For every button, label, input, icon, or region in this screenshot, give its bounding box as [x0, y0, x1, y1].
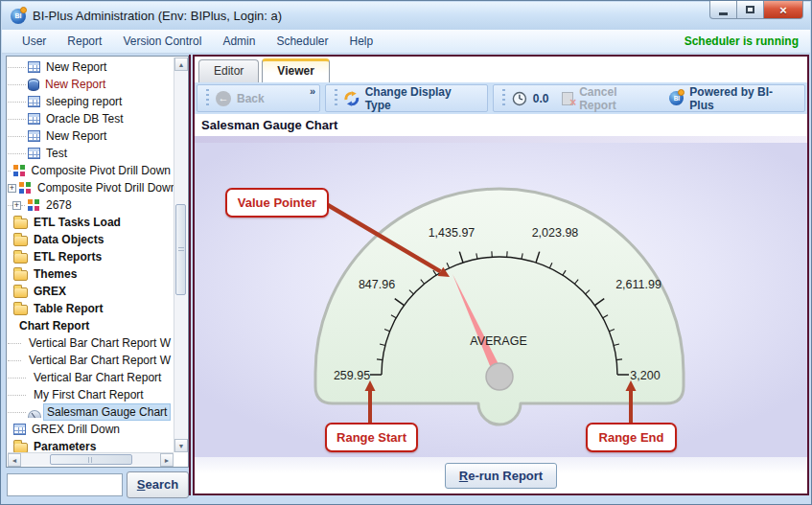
biplus-logo-icon: BI	[669, 91, 684, 105]
composite-icon	[12, 164, 26, 177]
cancel-report-button[interactable]: Cancel Report	[579, 85, 656, 112]
panel-divider	[189, 55, 191, 495]
app-logo-icon: BI	[11, 9, 26, 24]
tree-item-composite-pivot-drill-down[interactable]: Composite Pivot Drill Down	[8, 162, 174, 179]
tree-item-oracle-db-test[interactable]: Oracle DB Test	[8, 110, 174, 127]
tree-item-etl-tasks-load[interactable]: ETL Tasks Load	[8, 214, 174, 231]
scroll-left-button[interactable]: ◄	[8, 453, 21, 467]
scroll-down-button[interactable]: ▼	[174, 439, 188, 452]
menu-item-scheduler[interactable]: Scheduler	[266, 31, 338, 52]
tree-expander[interactable]: +	[12, 201, 21, 210]
toolbar-grip[interactable]	[335, 89, 337, 108]
tree-expander[interactable]: +	[8, 184, 16, 193]
tab-editor[interactable]: Editor	[198, 59, 259, 82]
rerun-report-button[interactable]: Re-run Report	[445, 463, 557, 489]
back-button[interactable]: Back	[237, 92, 265, 105]
report-tree: New ReportNew Reportsleeping reportOracl…	[8, 57, 174, 452]
tree-item-new-report[interactable]: New Report	[8, 76, 174, 93]
search-button[interactable]: Search	[127, 471, 189, 498]
annotation-range-start: Range Start	[325, 423, 418, 452]
rerun-label: e-run Report	[468, 469, 543, 483]
tree-item-new-report[interactable]: New Report	[8, 58, 174, 76]
tree-item-label: My First Chart Report	[31, 387, 147, 402]
tree-item-label: 2678	[43, 197, 75, 213]
tree-item-label: Vertical Bar Chart Report	[31, 370, 164, 385]
folder-icon	[13, 236, 28, 246]
change-display-type-button[interactable]: Change Display Type	[365, 85, 478, 112]
menu-item-help[interactable]: Help	[338, 31, 383, 52]
elapsed-time: 0.0	[533, 92, 549, 105]
tree-item-table-report[interactable]: Table Report	[8, 300, 174, 317]
tree-item-my-first-chart-report[interactable]: My First Chart Report	[8, 386, 174, 403]
change-display-type-icon	[344, 91, 360, 106]
folder-icon	[13, 218, 28, 229]
viewer-toolbar: ← Back » Change Display Type	[195, 82, 807, 114]
tree-horizontal-scrollbar[interactable]: ◄ ►	[8, 452, 174, 466]
tree-vertical-scrollbar[interactable]: ▲ ▼	[174, 57, 187, 452]
toolbar-grip[interactable]	[502, 89, 505, 108]
close-button[interactable]: ×	[764, 1, 803, 19]
folder-icon	[13, 287, 28, 298]
folder-icon	[13, 253, 28, 264]
tree-item-grex[interactable]: GREX	[8, 283, 174, 300]
horizontal-scroll-thumb[interactable]	[50, 454, 132, 465]
gauge-tick-label: 2,023.98	[532, 226, 579, 240]
close-icon: ×	[779, 3, 787, 17]
report-icon	[28, 61, 40, 73]
tree-item-label: ETL Reports	[31, 249, 104, 264]
tree-item-composite-pivot-drill-down[interactable]: +Composite Pivot Drill Down	[8, 179, 174, 196]
title-bar: BI BI-Plus Administration (Env: BIPlus, …	[2, 2, 810, 30]
change-display-section: Change Display Type	[325, 84, 488, 112]
tree-item-new-report[interactable]: New Report	[8, 127, 174, 145]
tree-item-vertical-bar-chart-report-w[interactable]: Vertical Bar Chart Report W	[8, 334, 174, 352]
scroll-right-button[interactable]: ►	[160, 453, 174, 467]
menu-item-version-control[interactable]: Version Control	[112, 31, 212, 52]
tree-item-test[interactable]: Test	[8, 145, 174, 162]
tree-item-chart-report[interactable]: Chart Report	[8, 317, 174, 334]
rerun-key: R	[459, 469, 468, 483]
minimize-button[interactable]	[709, 1, 737, 19]
viewer-panel: Editor Viewer ← Back » Change Display Ty…	[193, 55, 809, 495]
maximize-button[interactable]	[737, 1, 764, 19]
tree-item-label: Vertical Bar Chart Report W	[26, 335, 174, 351]
tree-item-salesman-gauge-chart[interactable]: Salesman Gauge Chart	[8, 403, 174, 421]
app-window: BI BI-Plus Administration (Env: BIPlus, …	[0, 0, 812, 505]
tree-item-label: Themes	[31, 266, 80, 282]
gauge-center-label: AVERAGE	[470, 334, 527, 348]
cancel-report-icon	[562, 92, 573, 105]
tree-item-label: sleeping report	[43, 94, 125, 109]
tree-item-vertical-bar-chart-report-w[interactable]: Vertical Bar Chart Report W	[8, 352, 174, 369]
tree-item-data-objects[interactable]: Data Objects	[8, 231, 174, 248]
menu-bar: UserReportVersion ControlAdminSchedulerH…	[2, 30, 810, 54]
scheduler-status: Scheduler is running	[684, 34, 799, 48]
window-title: BI-Plus Administration (Env: BIPlus, Log…	[33, 9, 282, 23]
scroll-up-button[interactable]: ▲	[174, 57, 188, 71]
report-tree-panel: New ReportNew Reportsleeping reportOracl…	[6, 56, 189, 468]
tree-item-2678[interactable]: +2678	[8, 196, 174, 214]
menu-item-admin[interactable]: Admin	[212, 31, 266, 52]
menu-item-report[interactable]: Report	[57, 31, 112, 52]
search-button-label: earch	[145, 477, 178, 492]
maximize-icon	[746, 6, 754, 13]
gauge-tick-label: 3,200	[630, 369, 660, 382]
tree-item-vertical-bar-chart-report[interactable]: Vertical Bar Chart Report	[8, 369, 174, 386]
search-input[interactable]	[7, 473, 123, 496]
tree-item-grex-drill-down[interactable]: GREX Drill Down	[8, 421, 174, 438]
tree-item-label: Chart Report	[16, 318, 92, 333]
tree-item-parameters[interactable]: Parameters	[8, 438, 174, 452]
tree-item-label: Data Objects	[31, 232, 106, 247]
menu-item-user[interactable]: User	[12, 31, 57, 52]
overflow-chevron-icon[interactable]: »	[310, 85, 315, 97]
tree-item-themes[interactable]: Themes	[8, 265, 174, 283]
report-icon	[28, 148, 40, 159]
vertical-scroll-thumb[interactable]	[175, 204, 186, 295]
tab-viewer[interactable]: Viewer	[262, 58, 329, 82]
tree-item-sleeping-report[interactable]: sleeping report	[8, 93, 174, 110]
clock-icon	[512, 91, 527, 106]
report-title: Salesman Gauge Chart	[195, 114, 807, 136]
folder-icon	[13, 270, 28, 281]
tree-item-label: New Report	[43, 128, 109, 144]
toolbar-grip[interactable]	[206, 89, 209, 108]
tree-item-label: Composite Pivot Drill Down	[35, 180, 174, 195]
tree-item-etl-reports[interactable]: ETL Reports	[8, 248, 174, 265]
